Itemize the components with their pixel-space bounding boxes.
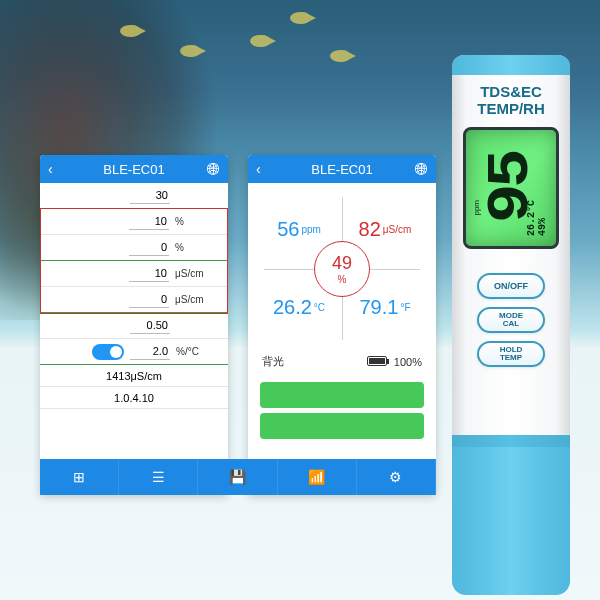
factor-input[interactable] — [130, 317, 170, 334]
tempf-value: 79.1 — [359, 296, 398, 319]
app-title: BLE-EC01 — [311, 162, 372, 177]
unit-label: % — [175, 242, 217, 253]
fish-decoration — [330, 50, 350, 62]
app-header: ‹ BLE-EC01 🌐︎ — [248, 155, 436, 183]
battery-icon — [367, 356, 387, 366]
percent-a-input[interactable] — [129, 213, 169, 230]
back-icon[interactable]: ‹ — [256, 161, 261, 177]
temp-coef-input[interactable] — [130, 343, 170, 360]
tds-meter-device: TDS&EC TEMP/RH ppm 95 49% 26.2°C ON/OFF … — [452, 55, 570, 595]
nav-settings-icon[interactable]: ⚙ — [357, 459, 436, 495]
tds-value: 56 — [277, 218, 299, 241]
device-model-label: TDS&EC TEMP/RH — [452, 83, 570, 118]
device-mode-button[interactable]: MODE CAL — [477, 307, 545, 333]
unit-label: μS/cm — [175, 294, 217, 305]
value-input[interactable] — [130, 187, 170, 204]
globe-icon[interactable]: 🌐︎ — [207, 162, 220, 177]
humidity-circle: 49 % — [314, 241, 370, 297]
device-body: TDS&EC TEMP/RH ppm 95 49% 26.2°C ON/OFF … — [452, 55, 570, 447]
percent-b-input[interactable] — [129, 239, 169, 256]
ec-unit: μS/cm — [383, 224, 412, 235]
version-text: 1.0.4.10 — [114, 392, 154, 404]
setting-row — [40, 183, 228, 209]
temp-coef-row: %/°C — [40, 339, 228, 365]
factor-row — [40, 313, 228, 339]
phone-readings-screen: ‹ BLE-EC01 🌐︎ 56 ppm 82 μS/cm 26.2 °C — [248, 155, 436, 495]
phone-settings-screen: ‹ BLE-EC01 🌐︎ % % μS/cm — [40, 155, 228, 495]
ec-value: 82 — [359, 218, 381, 241]
battery-percent: 100% — [394, 356, 422, 368]
humidity-value: 49 — [332, 253, 352, 274]
ec-a-input[interactable] — [129, 265, 169, 282]
tempc-unit: °C — [314, 302, 325, 313]
tds-unit: ppm — [301, 224, 320, 235]
humidity-unit: % — [338, 274, 347, 285]
highlighted-section: % % μS/cm μS/cm — [40, 208, 228, 314]
fish-decoration — [180, 45, 200, 57]
tempf-unit: °F — [400, 302, 410, 313]
nav-save-icon[interactable]: 💾 — [248, 459, 278, 495]
readings-quadrant: 56 ppm 82 μS/cm 26.2 °C 79.1 °F 49 % — [256, 191, 428, 346]
backlight-row: 背光 100% — [256, 346, 428, 377]
ec-b-input[interactable] — [129, 291, 169, 308]
toggle-switch[interactable] — [92, 344, 124, 360]
cal-solution-row: 1413μS/cm — [40, 365, 228, 387]
action-bar-1[interactable] — [260, 382, 424, 408]
device-top-strip — [452, 55, 570, 75]
action-bar-2[interactable] — [260, 413, 424, 439]
lcd-screen: ppm 95 49% 26.2°C — [463, 127, 559, 249]
backlight-label: 背光 — [262, 355, 284, 367]
device-onoff-button[interactable]: ON/OFF — [477, 273, 545, 299]
app-title: BLE-EC01 — [103, 162, 164, 177]
tempc-value: 26.2 — [273, 296, 312, 319]
cal-solution-value: 1413μS/cm — [106, 370, 162, 382]
unit-label: μS/cm — [175, 268, 217, 279]
unit-label: %/°C — [176, 346, 218, 357]
device-hold-button[interactable]: HOLD TEMP — [477, 341, 545, 367]
cap-ridge — [452, 435, 570, 447]
app-header: ‹ BLE-EC01 🌐︎ — [40, 155, 228, 183]
back-icon[interactable]: ‹ — [48, 161, 53, 177]
fish-decoration — [250, 35, 270, 47]
globe-icon[interactable]: 🌐︎ — [415, 162, 428, 177]
lcd-side-readings: 49% 26.2°C — [526, 140, 548, 236]
unit-label: % — [175, 216, 217, 227]
fish-decoration — [120, 25, 140, 37]
nav-wifi-icon[interactable]: 📶 — [278, 459, 357, 495]
bottom-nav: ⊞ ☰ 💾 📶 ⚙ — [248, 459, 436, 495]
version-row: 1.0.4.10 — [40, 387, 228, 409]
device-cap — [452, 435, 570, 595]
fish-decoration — [290, 12, 310, 24]
